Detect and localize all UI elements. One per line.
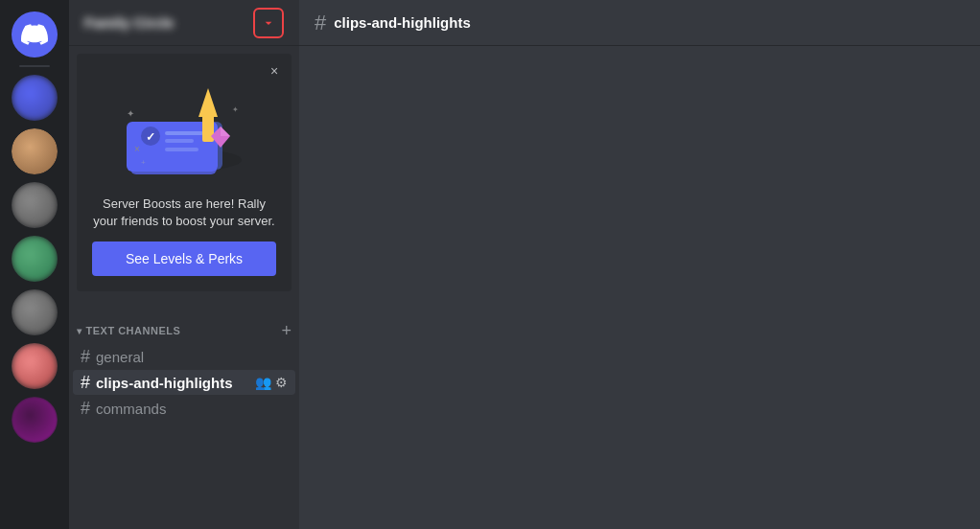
text-channels-category: ▾ TEXT CHANNELS + [69, 307, 299, 343]
server-avatar-3 [12, 182, 58, 228]
svg-marker-10 [198, 88, 218, 117]
channel-hash-clips: # [81, 374, 90, 391]
main-body [299, 46, 980, 529]
channel-header-title: clips-and-highlights [334, 14, 471, 31]
server-header[interactable]: Family Circle [69, 0, 299, 46]
boost-popup-text: Server Boosts are here! Rally your frien… [92, 196, 276, 230]
server-icon-5[interactable] [12, 289, 58, 335]
category-name-text-channels: ▾ TEXT CHANNELS [77, 325, 180, 336]
main-header: # clips-and-highlights [299, 0, 980, 46]
svg-rect-7 [165, 139, 194, 143]
channel-item-general[interactable]: # general [73, 344, 295, 369]
see-levels-perks-button[interactable]: See Levels & Perks [92, 242, 276, 276]
server-avatar-6 [12, 343, 58, 389]
server-avatar-4 [12, 236, 58, 282]
boost-popup: × ✓ × [77, 54, 292, 291]
server-list [0, 0, 69, 529]
svg-rect-6 [165, 131, 203, 135]
channel-item-clips-and-highlights[interactable]: # clips-and-highlights 👥 ⚙ [73, 370, 295, 395]
channel-list: ▾ TEXT CHANNELS + # general # clips-and-… [69, 299, 299, 529]
category-collapse-arrow[interactable]: ▾ [77, 326, 82, 336]
svg-rect-11 [202, 115, 214, 142]
main-content: # clips-and-highlights [299, 0, 980, 529]
home-server-icon[interactable] [12, 12, 58, 58]
channel-item-commands[interactable]: # commands [73, 396, 295, 421]
server-name: Family Circle [84, 14, 253, 31]
svg-text:+: + [141, 158, 146, 167]
channel-hash-general: # [81, 348, 90, 365]
svg-text:✦: ✦ [232, 105, 239, 114]
server-avatar-2 [12, 128, 58, 174]
server-avatar-7 [12, 397, 58, 443]
channel-sidebar: Family Circle × ✓ [69, 0, 299, 529]
channel-actions-clips: 👥 ⚙ [255, 375, 288, 390]
server-icon-6[interactable] [12, 343, 58, 389]
boost-close-button[interactable]: × [265, 61, 284, 80]
server-icon-7[interactable] [12, 397, 58, 443]
server-icon-2[interactable] [12, 128, 58, 174]
channel-name-commands: commands [96, 401, 288, 417]
svg-marker-13 [221, 126, 230, 136]
svg-text:✓: ✓ [146, 130, 155, 144]
channel-name-clips: clips-and-highlights [96, 375, 249, 391]
channel-hash-commands: # [81, 400, 90, 417]
server-avatar-5 [12, 289, 58, 335]
svg-text:✦: ✦ [127, 108, 134, 119]
server-avatar-1 [12, 75, 58, 121]
server-separator [19, 65, 50, 67]
server-dropdown-button[interactable] [253, 8, 284, 38]
server-icon-1[interactable] [12, 75, 58, 121]
server-icon-3[interactable] [12, 182, 58, 228]
channel-name-general: general [96, 349, 288, 365]
add-channel-button[interactable]: + [281, 322, 292, 339]
svg-rect-9 [165, 148, 198, 151]
invite-member-icon[interactable]: 👥 [255, 375, 271, 390]
channel-header-hash: # [315, 11, 326, 35]
server-icon-4[interactable] [12, 236, 58, 282]
svg-text:×: × [134, 144, 140, 154]
boost-illustration: ✓ × ✦ ✦ + [107, 69, 261, 184]
channel-settings-icon[interactable]: ⚙ [275, 375, 288, 390]
